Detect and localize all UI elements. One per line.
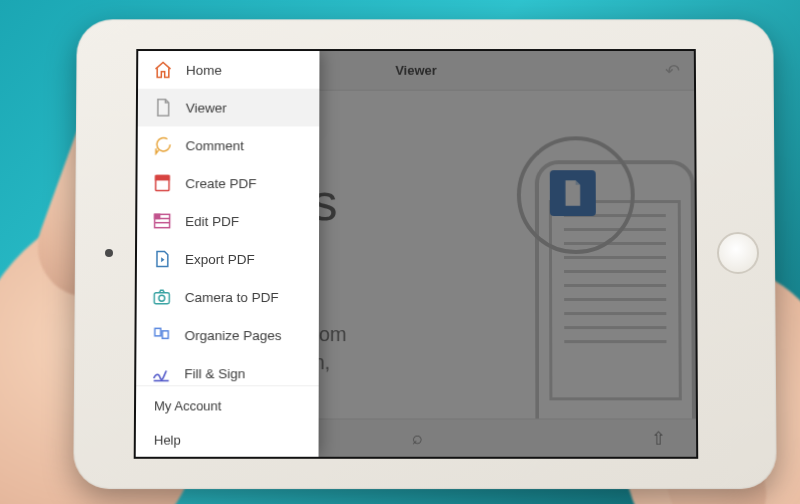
- camerapdf-icon: [151, 286, 173, 308]
- svg-rect-9: [162, 331, 168, 339]
- sidebar-item-label: My Account: [154, 398, 222, 413]
- sidebar-item-label: Camera to PDF: [185, 290, 279, 305]
- sidebar-item-camera-to-pdf[interactable]: Camera to PDF: [137, 278, 319, 316]
- sidebar-item-label: Create PDF: [185, 176, 256, 191]
- svg-rect-8: [155, 328, 161, 336]
- fillsign-icon: [150, 362, 172, 384]
- svg-rect-6: [154, 293, 169, 304]
- sidebar-item-create-pdf[interactable]: Create PDF: [137, 164, 319, 202]
- sidebar-item-label: Viewer: [186, 100, 227, 115]
- export-icon: [151, 248, 173, 270]
- organize-icon: [150, 324, 172, 346]
- create-icon: [151, 172, 173, 194]
- front-camera: [105, 249, 113, 257]
- sidebar-item-export-pdf[interactable]: Export PDF: [137, 240, 319, 278]
- sidebar-item-label: Edit PDF: [185, 214, 239, 229]
- home-button[interactable]: [717, 232, 759, 274]
- ipad-screen: Viewer ↶ ad cuments ywhere en in the Vie…: [134, 49, 699, 459]
- sidebar-item-home[interactable]: Home: [138, 51, 319, 89]
- sidebar-item-label: Home: [186, 62, 222, 77]
- svg-rect-5: [155, 214, 160, 218]
- sidebar-list: Home Viewer Comment: [136, 51, 319, 385]
- svg-point-7: [159, 295, 165, 301]
- ipad-device: Viewer ↶ ad cuments ywhere en in the Vie…: [73, 19, 777, 489]
- viewer-icon: [152, 97, 174, 119]
- sidebar-item-comment[interactable]: Comment: [138, 126, 320, 164]
- sidebar-item-label: Export PDF: [185, 252, 255, 267]
- sidebar-item-my-account[interactable]: My Account: [136, 388, 319, 422]
- sidebar-item-edit-pdf[interactable]: Edit PDF: [137, 202, 319, 240]
- sidebar-item-label: Comment: [186, 138, 244, 153]
- sidebar-item-viewer[interactable]: Viewer: [138, 89, 320, 127]
- sidebar-item-help[interactable]: Help: [136, 423, 319, 457]
- sidebar-item-label: Fill & Sign: [184, 366, 245, 381]
- comment-icon: [152, 134, 174, 156]
- edit-icon: [151, 210, 173, 232]
- sidebar-item-fill-sign[interactable]: Fill & Sign: [136, 354, 319, 385]
- sidebar-item-label: Organize Pages: [185, 328, 282, 343]
- sidebar-menu: Home Viewer Comment: [136, 51, 320, 457]
- sidebar-item-label: Help: [154, 432, 181, 447]
- home-icon: [152, 59, 174, 81]
- sidebar-item-organize-pages[interactable]: Organize Pages: [136, 316, 318, 354]
- svg-rect-1: [156, 176, 169, 180]
- sidebar-footer: My Account Help: [136, 385, 319, 456]
